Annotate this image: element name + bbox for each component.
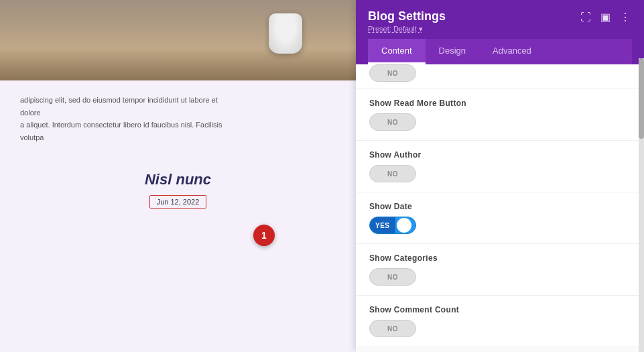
toggle-author: NO (369, 165, 416, 182)
setting-label-author: Show Author (369, 150, 631, 160)
panel-content: NO Show Read More Button NO Show Author … (356, 64, 644, 352)
more-options-icon[interactable]: ⋮ (619, 9, 632, 25)
preview-body-text: adipiscing elit, sed do eiusmod tempor i… (0, 80, 255, 158)
panel-tabs: Content Design Advanced (368, 39, 632, 64)
setting-label-date: Show Date (369, 202, 631, 211)
setting-show-date: Show Date YES (356, 192, 644, 244)
setting-label-comment-count: Show Comment Count (369, 305, 631, 314)
panel-header: Blog Settings Preset: Default ▾ ⛶ ▣ ⋮ Co… (356, 0, 644, 64)
panel-title-group: Blog Settings Preset: Default ▾ (368, 9, 446, 34)
toggle-categories: NO (369, 268, 416, 286)
setting-read-more-button: Show Read More Button NO (356, 89, 644, 141)
toggle-yes-container: YES (370, 217, 415, 234)
panel-title: Blog Settings (368, 9, 446, 23)
toggle-read-more-switch[interactable]: NO (369, 113, 416, 131)
partial-top-row: NO (356, 64, 644, 89)
tab-content[interactable]: Content (368, 39, 426, 64)
panel-preset-selector[interactable]: Preset: Default ▾ (368, 25, 446, 34)
preview-text-line2: a aliquet. Interdum consectetur libero i… (20, 121, 222, 141)
toggle-date: YES (369, 217, 416, 234)
toggle-comment-count: NO (369, 320, 416, 337)
toggle-author-switch[interactable]: NO (369, 165, 416, 182)
tab-advanced[interactable]: Advanced (479, 39, 545, 64)
preview-post-title: Nisl nunc (20, 171, 336, 188)
toggle-no-label: NO (370, 119, 415, 126)
frame-icon[interactable]: ⛶ (579, 10, 592, 25)
setting-show-author: Show Author NO (356, 141, 644, 192)
partial-toggle[interactable]: NO (369, 64, 416, 82)
preview-hero-image (0, 0, 356, 80)
annotation-1: 1 (253, 225, 275, 246)
setting-label-categories: Show Categories (369, 253, 631, 263)
toggle-no-label-author: NO (370, 170, 415, 178)
columns-icon[interactable]: ▣ (599, 9, 612, 25)
preview-area: adipiscing elit, sed do eiusmod tempor i… (0, 0, 356, 352)
scrollbar-track[interactable] (639, 58, 644, 352)
setting-show-comment-count: Show Comment Count NO (356, 296, 644, 347)
toggle-comment-count-switch[interactable]: NO (369, 320, 416, 337)
toggle-no-label-comment: NO (370, 325, 415, 333)
toggle-date-switch[interactable]: YES (369, 217, 416, 234)
preset-arrow-icon: ▾ (419, 25, 423, 33)
preview-post-card: Nisl nunc Jun 12, 2022 (0, 158, 356, 222)
partial-toggle-label: NO (387, 70, 398, 77)
setting-show-categories: Show Categories NO (356, 244, 644, 296)
setting-label-read-more: Show Read More Button (369, 99, 631, 108)
scrollbar-thumb[interactable] (639, 58, 644, 139)
panel-header-icons: ⛶ ▣ ⋮ (579, 9, 632, 25)
settings-panel: Blog Settings Preset: Default ▾ ⛶ ▣ ⋮ Co… (356, 0, 644, 352)
toggle-yes-label: YES (370, 217, 395, 234)
preview-post-date: Jun 12, 2022 (149, 195, 207, 209)
preview-text-line1: adipiscing elit, sed do eiusmod tempor i… (20, 96, 218, 117)
toggle-read-more: NO (369, 113, 416, 131)
tab-design[interactable]: Design (426, 39, 479, 64)
toggle-knob (397, 218, 411, 233)
toggle-no-label-categories: NO (370, 274, 415, 281)
toggle-categories-switch[interactable]: NO (369, 268, 416, 286)
